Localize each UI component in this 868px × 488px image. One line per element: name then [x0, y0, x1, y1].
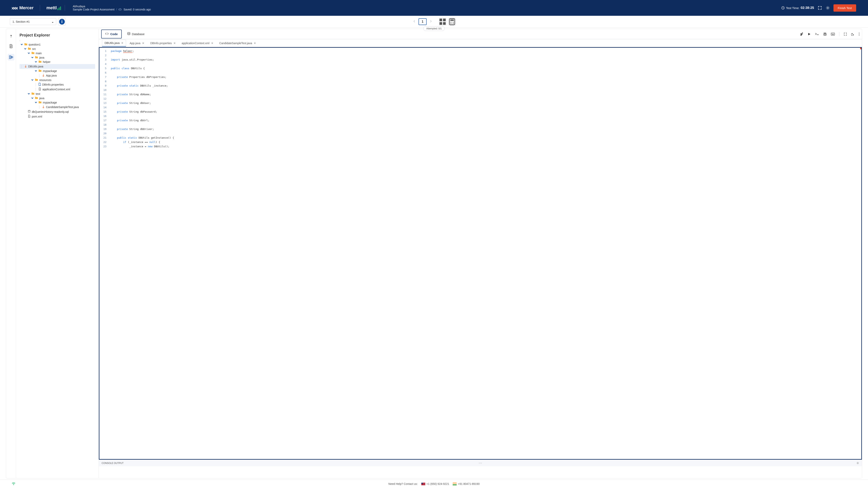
collapse-icon[interactable] [818, 6, 822, 10]
pager-prev-icon[interactable] [412, 19, 416, 25]
editor-tab-code[interactable]: Code [101, 30, 122, 38]
tree-label: java [39, 97, 44, 100]
tree-item[interactable]: dbQueriesHistory-readonly.sql [20, 109, 95, 114]
close-icon[interactable]: ✕ [254, 42, 256, 45]
settings-icon[interactable] [826, 6, 830, 10]
phone-in: +91 80471-89190 [458, 482, 479, 485]
tree-line: │ [34, 83, 37, 86]
folder-icon [38, 60, 42, 64]
xml-file-icon [28, 115, 31, 118]
tree-label: resources [39, 78, 51, 82]
theme-icon[interactable] [851, 33, 855, 36]
tree-item[interactable]: │App.java [20, 73, 95, 78]
footer: Need Help? Contact us: +1 (650) 924-9221… [0, 480, 868, 488]
pager-current[interactable]: 1 [418, 18, 427, 25]
svg-rect-22 [825, 33, 826, 34]
svg-rect-17 [9, 56, 11, 57]
svg-point-16 [453, 23, 454, 24]
keyboard-icon[interactable] [831, 33, 835, 35]
console-body [99, 466, 862, 478]
tree-item[interactable]: │DBInfo.properties [20, 82, 95, 87]
tree-label: DBInfo.properties [42, 83, 64, 86]
close-icon[interactable]: ✕ [211, 42, 213, 45]
svg-rect-10 [443, 22, 446, 25]
console-title: CONSOLE OUTPUT [102, 462, 123, 464]
svg-point-34 [482, 462, 482, 463]
document-icon[interactable] [9, 44, 13, 48]
java-file-icon [24, 65, 27, 68]
explorer-icon[interactable] [8, 54, 14, 61]
console-settings-icon[interactable] [856, 461, 859, 465]
close-icon[interactable]: ✕ [174, 42, 176, 45]
help-icon[interactable] [9, 34, 13, 38]
grid-view-button[interactable] [439, 18, 446, 26]
svg-point-29 [859, 33, 860, 33]
file-tab[interactable]: CandidateSampleTest.java✕ [217, 40, 259, 46]
tree-item[interactable]: mypackage [20, 69, 95, 73]
close-icon[interactable]: ✕ [121, 41, 123, 44]
folder-icon [38, 101, 42, 104]
tree-item[interactable]: java [20, 56, 95, 60]
folder-icon [35, 78, 38, 82]
chevron-down-icon [24, 47, 27, 50]
chevron-down-icon [27, 93, 30, 95]
flag-in-icon [453, 483, 457, 485]
chevron-down-icon [27, 52, 30, 55]
fullscreen-icon[interactable] [844, 33, 847, 36]
svg-point-32 [479, 462, 479, 463]
tab-label: Code [110, 32, 118, 36]
tree-item[interactable]: helper [20, 60, 95, 64]
file-tab[interactable]: applicationContext.xml✕ [179, 40, 216, 46]
file-tab[interactable]: DBInfo.properties✕ [148, 40, 178, 46]
tree-label: pom.xml [32, 115, 42, 118]
section-label: 1. Section #1 [12, 20, 30, 23]
svg-point-37 [482, 463, 482, 464]
tree-item[interactable]: resources [20, 78, 95, 82]
footer-center: Need Help? Contact us: +1 (650) 924-9221… [389, 482, 479, 485]
tree-item[interactable]: test [20, 92, 95, 96]
wifi-icon [12, 483, 16, 485]
file-tab[interactable]: DBUtils.java✕ [102, 40, 126, 46]
chevron-down-icon [34, 61, 37, 63]
pager-next-icon[interactable] [429, 19, 433, 25]
tree-item[interactable]: │applicationContext.xml [20, 87, 95, 92]
tree-item[interactable]: mypackage [20, 100, 95, 105]
run-icon[interactable] [808, 33, 811, 36]
build-icon[interactable] [800, 32, 803, 36]
tree-item[interactable]: pom.xml [20, 114, 95, 119]
tree-item[interactable]: java [20, 96, 95, 100]
tree-line: │ [38, 74, 41, 77]
tree-item[interactable]: │CandidateSampleTest.java [20, 105, 95, 109]
database-icon [127, 32, 130, 36]
file-tab-label: DBInfo.properties [150, 42, 172, 45]
tab-label: Database [132, 32, 145, 36]
tree-item[interactable]: src [20, 47, 95, 51]
info-button[interactable]: i [58, 18, 66, 26]
save-icon[interactable] [824, 33, 827, 36]
file-tab-label: applicationContext.xml [182, 42, 210, 45]
breadcrumb-sep: / [116, 8, 117, 11]
close-icon[interactable]: ✕ [142, 42, 145, 45]
mercer-text: Mercer [19, 5, 34, 10]
tree-item[interactable]: question1 [20, 42, 95, 47]
file-icon [38, 83, 41, 86]
calculator-button[interactable] [448, 18, 456, 26]
svg-point-31 [859, 35, 860, 35]
editor-tab-database[interactable]: Database [124, 30, 148, 38]
saved-text: Saved: 0 seconds ago [123, 8, 151, 11]
finish-test-button[interactable]: Finish Test [834, 4, 856, 12]
section-dropdown[interactable]: 1. Section #1 [10, 18, 56, 25]
tree-line: │ [20, 65, 23, 68]
file-tab[interactable]: App.java✕ [127, 40, 147, 46]
more-icon[interactable] [859, 33, 860, 36]
code-editor[interactable]: 1234567891011121314151617181920212223 pa… [99, 47, 862, 460]
terminal-icon[interactable] [815, 33, 819, 35]
tree-item[interactable]: │DBUtils.java [20, 64, 95, 69]
tree-item[interactable]: main [20, 51, 95, 56]
console-header[interactable]: CONSOLE OUTPUT [99, 460, 862, 466]
code-lines[interactable]: package helper; import java.util.Propert… [108, 48, 861, 459]
folder-icon [28, 47, 31, 51]
breadcrumb-title: Sample Code Project Assessment [73, 8, 115, 11]
drag-handle-icon[interactable] [478, 462, 482, 464]
svg-rect-7 [439, 19, 442, 21]
